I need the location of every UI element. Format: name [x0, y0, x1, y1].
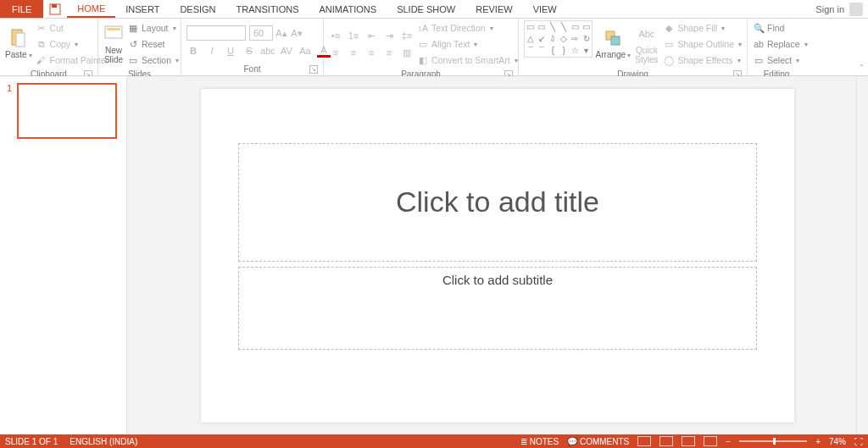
- new-slide-button[interactable]: New Slide: [103, 20, 124, 68]
- tab-file[interactable]: FILE: [0, 0, 43, 18]
- group-label-font: Font: [243, 64, 260, 74]
- text-shadow-button[interactable]: abc: [261, 44, 275, 58]
- text-direction-button[interactable]: ↕AText Direction▾: [417, 20, 518, 36]
- numbering-button[interactable]: 1≡: [347, 29, 360, 42]
- align-right-button[interactable]: ≡: [364, 46, 378, 59]
- convert-smartart-button[interactable]: ◧Convert to SmartArt▾: [417, 53, 518, 68]
- replace-button[interactable]: abReplace▾: [753, 36, 808, 52]
- comments-button[interactable]: 💬 COMMENTS: [567, 437, 629, 446]
- align-text-button[interactable]: ▭Align Text▾: [417, 36, 518, 52]
- reset-icon: ↺: [127, 38, 139, 50]
- collapse-ribbon-button[interactable]: ˆ: [860, 64, 863, 74]
- fill-icon: ◆: [663, 22, 675, 34]
- font-dialog-launcher[interactable]: ↘: [309, 65, 318, 74]
- slide-thumbnail-1[interactable]: [17, 83, 117, 139]
- brush-icon: 🖌: [36, 54, 47, 66]
- section-icon: ▭: [127, 54, 139, 66]
- sign-in-link[interactable]: Sign in: [815, 4, 844, 14]
- layout-icon: ▦: [127, 22, 139, 34]
- zoom-level[interactable]: 74%: [829, 437, 846, 446]
- line-spacing-button[interactable]: ‡≡: [400, 29, 414, 42]
- underline-button[interactable]: U: [224, 44, 237, 58]
- bold-button[interactable]: B: [186, 44, 200, 58]
- copy-icon: ⧉: [36, 38, 47, 50]
- change-case-button[interactable]: Aa: [298, 44, 312, 58]
- thumbnail-number: 1: [7, 83, 12, 139]
- tab-review[interactable]: REVIEW: [465, 0, 522, 18]
- vertical-scrollbar[interactable]: [856, 76, 868, 434]
- status-slide-count: SLIDE 1 OF 1: [5, 437, 58, 446]
- notes-button[interactable]: ≣ NOTES: [520, 437, 559, 446]
- subtitle-placeholder[interactable]: Click to add subtitle: [238, 267, 757, 350]
- quick-styles-button[interactable]: Abc Quick Styles: [633, 20, 659, 68]
- align-text-icon: ▭: [417, 38, 429, 50]
- char-spacing-button[interactable]: AV: [280, 44, 293, 58]
- find-button[interactable]: 🔍Find: [753, 20, 808, 36]
- quick-save-icon[interactable]: [43, 0, 67, 18]
- status-language[interactable]: ENGLISH (INDIA): [70, 437, 137, 446]
- replace-icon: ab: [753, 38, 765, 50]
- columns-button[interactable]: ▥: [400, 46, 414, 59]
- shape-effects-button[interactable]: ◯Shape Effects▾: [663, 53, 742, 68]
- slide-canvas-area: Click to add title Click to add subtitle: [127, 76, 868, 434]
- quick-styles-icon: Abc: [637, 24, 657, 44]
- svg-rect-7: [611, 36, 620, 45]
- strike-button[interactable]: S: [242, 44, 256, 58]
- svg-rect-3: [16, 33, 25, 47]
- find-icon: 🔍: [753, 22, 765, 34]
- svg-rect-5: [107, 28, 120, 30]
- arrange-icon: [603, 28, 623, 48]
- normal-view-button[interactable]: [637, 436, 651, 446]
- align-center-button[interactable]: ≡: [347, 46, 360, 59]
- reading-view-button[interactable]: [682, 436, 695, 446]
- shape-outline-button[interactable]: ▭Shape Outline▾: [663, 36, 742, 52]
- increase-indent-button[interactable]: ⇥: [382, 29, 396, 42]
- scissors-icon: ✂: [36, 22, 47, 34]
- smartart-icon: ◧: [417, 54, 429, 66]
- slide-thumbnails-pane: 1: [0, 76, 127, 434]
- avatar-icon[interactable]: [849, 3, 863, 16]
- font-size-combo[interactable]: 60: [249, 25, 273, 41]
- tab-animations[interactable]: ANIMATIONS: [309, 0, 387, 18]
- layout-button[interactable]: ▦Layout▾: [127, 20, 179, 36]
- grow-font-button[interactable]: A▴: [275, 26, 288, 40]
- shape-fill-button[interactable]: ◆Shape Fill▾: [663, 20, 742, 36]
- outline-icon: ▭: [663, 38, 675, 50]
- slide[interactable]: Click to add title Click to add subtitle: [201, 89, 794, 423]
- shapes-gallery[interactable]: ▭▭╲╲▭▭ △↙⇩◇⇨↻ ⌒⌒{}☆▾: [524, 20, 593, 58]
- text-direction-icon: ↕A: [417, 22, 429, 34]
- align-left-button[interactable]: ≡: [329, 46, 342, 59]
- section-button[interactable]: ▭Section▾: [127, 53, 179, 68]
- tab-view[interactable]: VIEW: [523, 0, 567, 18]
- reset-button[interactable]: ↺Reset: [127, 36, 179, 52]
- tab-slideshow[interactable]: SLIDE SHOW: [387, 0, 465, 18]
- slideshow-view-button[interactable]: [704, 436, 717, 446]
- font-family-combo[interactable]: [186, 25, 246, 41]
- zoom-out-button[interactable]: −: [726, 437, 731, 446]
- arrange-button[interactable]: Arrange▾: [596, 20, 630, 68]
- select-icon: ▭: [753, 54, 765, 66]
- paste-icon: [8, 28, 29, 48]
- paste-button[interactable]: Paste▾: [5, 20, 32, 68]
- select-button[interactable]: ▭Select▾: [753, 53, 808, 68]
- tab-transitions[interactable]: TRANSITIONS: [226, 0, 309, 18]
- decrease-indent-button[interactable]: ⇤: [364, 29, 378, 42]
- title-placeholder[interactable]: Click to add title: [238, 143, 757, 262]
- svg-rect-1: [52, 4, 57, 8]
- tab-design[interactable]: DESIGN: [170, 0, 225, 18]
- effects-icon: ◯: [663, 54, 675, 66]
- shrink-font-button[interactable]: A▾: [290, 26, 303, 40]
- italic-button[interactable]: I: [205, 44, 219, 58]
- new-slide-icon: [103, 24, 124, 44]
- zoom-slider[interactable]: [739, 440, 807, 442]
- tab-home[interactable]: HOME: [67, 0, 115, 18]
- bullets-button[interactable]: •≡: [329, 29, 342, 42]
- tab-insert[interactable]: INSERT: [115, 0, 170, 18]
- zoom-in-button[interactable]: +: [815, 437, 821, 446]
- fit-to-window-button[interactable]: ⛶: [854, 437, 863, 446]
- sorter-view-button[interactable]: [659, 436, 673, 446]
- justify-button[interactable]: ≡: [382, 46, 396, 59]
